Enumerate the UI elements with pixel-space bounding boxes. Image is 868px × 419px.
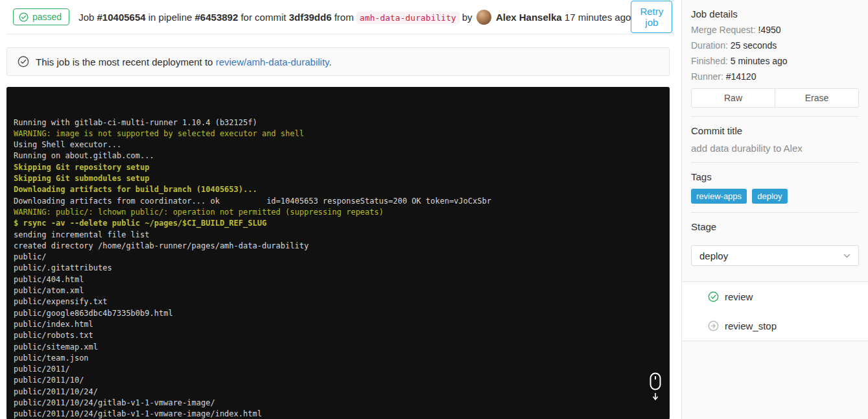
erase-button[interactable]: Erase: [775, 88, 859, 108]
merge-request-link[interactable]: !4950: [758, 25, 781, 35]
avatar[interactable]: [476, 10, 491, 25]
log-line: public/sitemap.xml: [14, 342, 663, 353]
from-label: from: [334, 12, 354, 23]
log-line: public/: [14, 252, 663, 263]
log-line: Running with gitlab-ci-multi-runner 1.10…: [14, 117, 663, 128]
job-page: passed Job #10405654 in pipeline #645389…: [0, 0, 868, 419]
pipeline-label: in pipeline: [148, 12, 193, 23]
detail-label: Runner:: [691, 71, 723, 82]
log-line: Skipping Git repository setup: [14, 162, 663, 173]
log-line: WARNING: image is not supported by selec…: [14, 128, 663, 139]
scroll-down-indicator[interactable]: [611, 361, 663, 416]
detail-label: Duration:: [691, 40, 728, 51]
log-line: public/team.json: [14, 353, 663, 364]
status-check-icon: [19, 12, 29, 22]
author-name[interactable]: Alex Hanselka: [496, 12, 562, 23]
trace-actions: Raw Erase: [691, 88, 859, 108]
log-line: public/atom.xml: [14, 285, 663, 296]
time-ago: 17 minutes ago: [565, 12, 631, 23]
detail-label: Finished:: [691, 56, 728, 66]
notice-check-icon: [18, 56, 29, 67]
detail-value: 25 seconds: [731, 40, 777, 51]
commit-sha[interactable]: 3df39dd6: [289, 12, 332, 23]
log-line: Downloading artifacts for build_branch (…: [14, 184, 663, 195]
status-label: passed: [32, 12, 62, 22]
job-details-list: Merge Request: !4950 Duration: 25 second…: [691, 25, 859, 82]
job-header: passed Job #10405654 in pipeline #645389…: [6, 0, 670, 34]
job-summary: Job #10405654 in pipeline #6453892 for c…: [78, 10, 631, 25]
build-name: review_stop: [725, 320, 777, 331]
detail-row-finished: Finished: 5 minutes ago: [691, 56, 859, 66]
log-lines: Running with gitlab-ci-multi-runner 1.10…: [14, 117, 663, 419]
sidebar-title: Job details: [691, 0, 859, 19]
log-line: public/robots.txt: [14, 330, 663, 341]
detail-row-duration: Duration: 25 seconds: [691, 40, 859, 51]
detail-value: #14120: [726, 71, 757, 82]
notice-prefix: This job is the most recent deployment t…: [36, 56, 213, 67]
build-row-review[interactable]: review: [682, 282, 868, 311]
deployment-notice: This job is the most recent deployment t…: [6, 47, 670, 76]
job-id: #10405654: [97, 12, 146, 23]
build-name: review: [725, 291, 753, 302]
log-line: WARNING: public/: lchown public/: operat…: [14, 207, 663, 218]
retry-job-button[interactable]: Retry job: [631, 1, 672, 33]
log-line: public/2011/10/24/: [14, 387, 663, 398]
log-line: sending incremental file list: [14, 230, 663, 241]
tags-heading: Tags: [691, 171, 859, 182]
commit-label: for commit: [240, 12, 286, 23]
mouse-scroll-icon: [648, 372, 663, 401]
status-success-icon: [708, 291, 719, 302]
main-column: passed Job #10405654 in pipeline #645389…: [0, 0, 681, 419]
log-line: public/.gitattributes: [14, 263, 663, 274]
log-line: created directory /home/gitlab-runner/pa…: [14, 241, 663, 252]
raw-button[interactable]: Raw: [691, 88, 775, 108]
detail-label: Merge Request:: [691, 25, 756, 35]
log-line: $ rsync -av --delete public ~/pages/$CI_…: [14, 218, 663, 229]
detail-value: 5 minutes ago: [731, 56, 788, 66]
log-line: Skipping Git submodules setup: [14, 173, 663, 184]
branch-ref[interactable]: amh-data-durability: [357, 12, 460, 24]
stage-dropdown[interactable]: deploy: [691, 245, 859, 266]
build-trace[interactable]: Running with gitlab-ci-multi-runner 1.10…: [6, 87, 670, 419]
notice-suffix: .: [329, 56, 331, 67]
build-row-review-stop[interactable]: review_stop: [682, 311, 868, 341]
divider: [691, 116, 859, 117]
log-line: public/index.html: [14, 319, 663, 330]
log-line: public/expensify.txt: [14, 296, 663, 307]
detail-row-runner: Runner: #14120: [691, 71, 859, 82]
tags-list: review-apps deploy: [691, 189, 859, 204]
detail-row-merge-request: Merge Request: !4950: [691, 25, 859, 35]
tag-badge-review-apps: review-apps: [691, 189, 747, 204]
job-label: Job: [78, 12, 94, 23]
job-sidebar: Job details Merge Request: !4950 Duratio…: [681, 0, 868, 419]
divider: [691, 162, 859, 163]
pipeline-id[interactable]: #6453892: [195, 12, 239, 23]
stage-builds-list: review review_stop: [682, 281, 868, 341]
log-line: Running on about.gitlab.com...: [14, 150, 663, 162]
environment-link[interactable]: review/amh-data-durability: [216, 56, 329, 67]
log-line: Downloading artifacts from coordinator..…: [14, 196, 663, 207]
log-line: public/2011/10/24/gitlab-v1-1-vmware-ima…: [14, 398, 663, 409]
stage-selected-value: deploy: [699, 250, 728, 261]
status-manual-icon: [708, 320, 719, 331]
log-line: Using Shell executor...: [14, 139, 663, 150]
chevron-down-icon: [843, 254, 850, 258]
log-line: public/2011/10/: [14, 375, 663, 386]
stage-heading: Stage: [691, 221, 859, 232]
commit-title-text: add data durability to Alex: [691, 143, 859, 154]
by-label: by: [462, 12, 473, 23]
log-line: public/2011/10/24/gitlab-v1-1-vmware-ima…: [14, 409, 663, 419]
tag-badge-deploy: deploy: [752, 189, 787, 204]
log-line: public/2011/: [14, 364, 663, 375]
log-line: public/google863dbc4b7335b0b9.html: [14, 308, 663, 319]
commit-title-heading: Commit title: [691, 125, 859, 136]
status-badge[interactable]: passed: [13, 8, 69, 25]
divider: [691, 212, 859, 213]
log-line: public/404.html: [14, 274, 663, 285]
notice-text: This job is the most recent deployment t…: [36, 56, 332, 67]
